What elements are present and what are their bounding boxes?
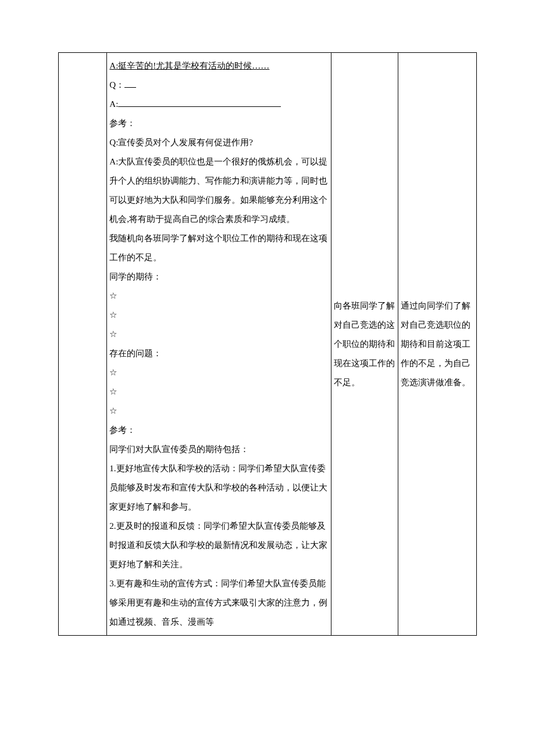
- ref2-label: 参考：: [109, 421, 329, 440]
- cell-col1: [59, 53, 107, 636]
- point-3: 3.更有趣和生动的宣传方式：同学们希望大队宣传委员能够采用更有趣和生动的宣传方式…: [109, 574, 329, 632]
- issues-label: 存在的问题：: [109, 344, 329, 363]
- star-2: ☆: [109, 306, 329, 325]
- survey-intro: 我随机向各班同学了解对这个职位工作的期待和现在这项工作的不足。: [109, 229, 329, 267]
- a-blank-line: A:: [109, 95, 329, 114]
- document-page: A:挺辛苦的!尤其是学校有活动的时候…… Q： A: 参考： Q:宣传委员对个人…: [0, 0, 535, 659]
- point-1: 1.更好地宣传大队和学校的活动：同学们希望大队宣传委员能够及时发布和宣传大队和学…: [109, 459, 329, 517]
- star-5: ☆: [109, 382, 329, 402]
- a-prefix: A:: [109, 99, 118, 109]
- q2-text: Q:宣传委员对个人发展有何促进作用?: [109, 133, 329, 152]
- star-6: ☆: [109, 402, 329, 421]
- a1-text: A:挺辛苦的!尤其是学校有活动的时候……: [109, 61, 269, 70]
- col4-text: 通过向同学们了解对自己竞选职位的期待和目前这项工作的不足，为自己竞选演讲做准备。: [401, 301, 470, 387]
- point-2: 2.更及时的报道和反馈：同学们希望大队宣传委员能够及时报道和反馈大队和学校的最新…: [109, 517, 329, 574]
- star-4: ☆: [109, 363, 329, 382]
- expect-label: 同学的期待：: [109, 267, 329, 286]
- content-table: A:挺辛苦的!尤其是学校有活动的时候…… Q： A: 参考： Q:宣传委员对个人…: [58, 52, 477, 636]
- expect-intro: 同学们对大队宣传委员的期待包括：: [109, 440, 329, 459]
- col3-text: 向各班同学了解对自己竞选的这个职位的期待和现在这项工作的不足。: [334, 301, 395, 387]
- a2-text: A:大队宣传委员的职位也是一个很好的俄炼机会，可以提升个人的组织协调能力、写作能…: [109, 152, 329, 229]
- star-3: ☆: [109, 325, 329, 344]
- cell-col2: A:挺辛苦的!尤其是学校有活动的时候…… Q： A: 参考： Q:宣传委员对个人…: [107, 53, 331, 636]
- star-1: ☆: [109, 286, 329, 306]
- ref-label: 参考：: [109, 114, 329, 133]
- cell-col4: 通过向同学们了解对自己竞选职位的期待和目前这项工作的不足，为自己竞选演讲做准备。: [398, 53, 476, 636]
- blank-long: [118, 98, 281, 107]
- cell-col3: 向各班同学了解对自己竞选的这个职位的期待和现在这项工作的不足。: [331, 53, 398, 636]
- q-prefix: Q：: [109, 80, 124, 89]
- blank-short: [124, 79, 136, 88]
- table-row: A:挺辛苦的!尤其是学校有活动的时候…… Q： A: 参考： Q:宣传委员对个人…: [59, 53, 477, 636]
- q-blank-line: Q：: [109, 76, 329, 95]
- answer-line-1: A:挺辛苦的!尤其是学校有活动的时候……: [109, 56, 329, 76]
